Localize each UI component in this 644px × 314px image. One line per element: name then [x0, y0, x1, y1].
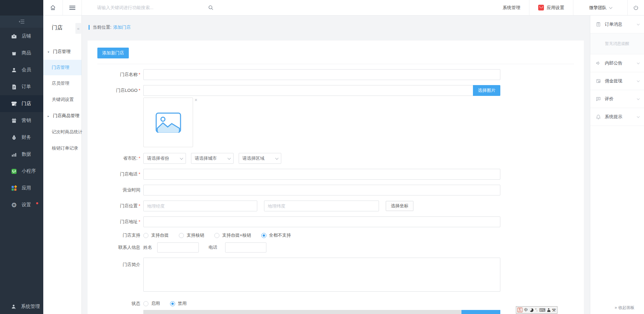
contact-name-input[interactable] [157, 242, 199, 253]
ime-language-button[interactable]: 中 [524, 308, 528, 312]
longitude-input[interactable] [143, 201, 257, 211]
home-button[interactable] [43, 0, 63, 15]
panel-section-label: 系统提示 [605, 114, 634, 120]
card-header: 添加新门店 [97, 48, 574, 64]
secondary-sidebar: 门店 « ▾ 门店管理 门店管理 店员管理 关键词设置 ▸ 门店商品管理 记次时… [43, 16, 82, 314]
ime-fullwidth-icon[interactable] [530, 308, 533, 312]
sidebar-item-member[interactable]: 会员 [0, 61, 43, 78]
sidebar-item-apps[interactable]: 应用 [0, 180, 43, 197]
sidebar-item-label: 门店 [22, 101, 31, 107]
form-row-hours: 营业时间 [97, 185, 574, 195]
sidebar-item-marketing[interactable]: 营销 [0, 112, 43, 129]
field-label: 门店支持 [97, 232, 140, 238]
submenu-item-keyword-settings[interactable]: 关键词设置 [43, 91, 81, 108]
pick-coordinates-button[interactable]: 选择坐标 [386, 201, 413, 211]
add-store-button[interactable]: 添加新门店 [97, 48, 129, 58]
ime-tools-icon[interactable]: ⚒ [552, 308, 556, 312]
required-star: * [139, 88, 140, 93]
radio-option-pickup-writeoff[interactable]: 支持自提+核销 [214, 232, 251, 238]
panel-section-reviews[interactable]: 评价 [590, 90, 644, 108]
form-row-intro: 门店简介 [97, 258, 574, 292]
account-menu[interactable]: 微擎团队 [573, 0, 627, 15]
search-icon[interactable] [208, 5, 214, 10]
required-star: * [139, 172, 140, 177]
sidebar-item-finance[interactable]: ¥ 财务 [0, 129, 43, 146]
sidebar-item-settings[interactable]: ⚙ 设置 [0, 197, 43, 213]
partially-visible-row [143, 310, 500, 314]
sidebar-item-system-admin[interactable]: 系统管理 [0, 299, 43, 314]
app-store-bag-icon [538, 5, 544, 10]
submenu-collapse-button[interactable]: « [75, 23, 81, 34]
logo-preview-box[interactable]: × [143, 98, 193, 147]
panel-section-order-messages[interactable]: 订单消息 [590, 16, 644, 33]
store-logo-input[interactable] [143, 85, 473, 96]
topbar-system-admin-link[interactable]: 系统管理 [494, 0, 529, 15]
store-phone-input[interactable] [143, 169, 500, 180]
panel-section-label: 评价 [605, 96, 634, 102]
store-name-input[interactable] [143, 69, 500, 80]
field-label: 省市区:* [97, 155, 140, 161]
radio-label: 启用 [151, 300, 160, 307]
speaker-icon [596, 60, 601, 66]
logout-button[interactable] [628, 0, 644, 15]
sidebar-item-store[interactable]: 门店 [0, 95, 43, 112]
ime-keyboard-icon[interactable]: ⌨ [539, 308, 546, 312]
account-name: 微擎团队 [589, 5, 607, 11]
radio-icon [143, 301, 148, 306]
topbar-app-settings-label: 应用设置 [547, 5, 564, 11]
submenu-item-store-management[interactable]: 门店管理 [43, 60, 81, 75]
panel-section-system-tips[interactable]: 系统提示 [590, 108, 644, 126]
radio-option-none[interactable]: 全都不支持 [261, 232, 291, 238]
submenu-item-count-time-stats[interactable]: 记次时商品统计 [43, 124, 81, 140]
ime-punctuation-button[interactable]: °, [535, 308, 538, 312]
form-row-phone: 门店电话* [97, 169, 574, 180]
submenu-group-store-management[interactable]: ▾ 门店管理 [43, 44, 81, 60]
sidebar-item-label: 财务 [22, 134, 31, 140]
ime-wubi-button[interactable]: 五 [518, 308, 522, 312]
city-select[interactable]: 请选择城市 [191, 153, 234, 164]
field-label: 联系人信息 [97, 244, 140, 251]
choose-image-button[interactable]: 选择图片 [473, 85, 500, 96]
sidebar-fold-button[interactable] [0, 16, 43, 28]
radio-option-enabled[interactable]: 启用 [143, 300, 160, 307]
radio-option-self-pickup[interactable]: 支持自提 [143, 232, 169, 238]
submenu-group-store-goods[interactable]: ▸ 门店商品管理 [43, 108, 81, 124]
remove-image-button[interactable]: × [194, 97, 197, 102]
submenu-item-clerk-management[interactable]: 店员管理 [43, 75, 81, 91]
submenu-item-label: 店员管理 [52, 81, 69, 86]
topbar-app-settings-link[interactable]: 应用设置 [529, 0, 573, 15]
sidebar-item-data[interactable]: 数据 [0, 146, 43, 163]
sidebar-item-miniprogram[interactable]: 小程序 [0, 163, 43, 180]
panel-section-commission-withdrawal[interactable]: ¥ 佣金提现 [590, 72, 644, 90]
moneybag-icon: ¥ [11, 134, 17, 141]
store-address-input[interactable] [143, 216, 500, 227]
sidebar-item-goods[interactable]: 商品 [0, 45, 43, 61]
district-select[interactable]: 请选择区域 [239, 153, 281, 164]
required-star: * [139, 203, 140, 208]
breadcrumb-current-link[interactable]: 添加门店 [113, 24, 131, 30]
province-select-value: 请选择省份 [147, 155, 169, 161]
partially-visible-button[interactable] [461, 310, 500, 314]
submenu-group-label: 门店管理 [53, 49, 71, 54]
latitude-input[interactable] [264, 201, 379, 211]
radio-option-disabled[interactable]: 禁用 [170, 300, 187, 307]
store-intro-textarea[interactable] [143, 258, 500, 292]
ime-person-icon[interactable] [547, 308, 550, 312]
radio-label: 支持核销 [187, 232, 204, 238]
sidebar-item-shop[interactable]: 店铺 [0, 28, 43, 45]
chevron-down-icon [637, 115, 640, 118]
collapse-panel-label: 收起面板 [618, 305, 635, 311]
collapse-panel-button[interactable]: » 收起面板 [590, 301, 644, 314]
search-input[interactable] [97, 5, 209, 10]
partially-visible-field [143, 310, 461, 314]
message-panel: 订单消息 暂无消息提醒 内部公告 ¥ 佣金提现 评价 系统提示 » 收起面板 [590, 16, 644, 314]
submenu-item-writeoff-records[interactable]: 核销订单记录 [43, 140, 81, 156]
menu-toggle-button[interactable] [63, 0, 82, 15]
person-icon [11, 67, 17, 73]
radio-option-writeoff[interactable]: 支持核销 [179, 232, 204, 238]
sidebar-item-order[interactable]: 订单 [0, 78, 43, 95]
panel-section-internal-announcement[interactable]: 内部公告 [590, 54, 644, 72]
contact-phone-input[interactable] [225, 242, 266, 253]
business-hours-input[interactable] [143, 185, 500, 195]
province-select[interactable]: 请选择省份 [143, 153, 186, 164]
